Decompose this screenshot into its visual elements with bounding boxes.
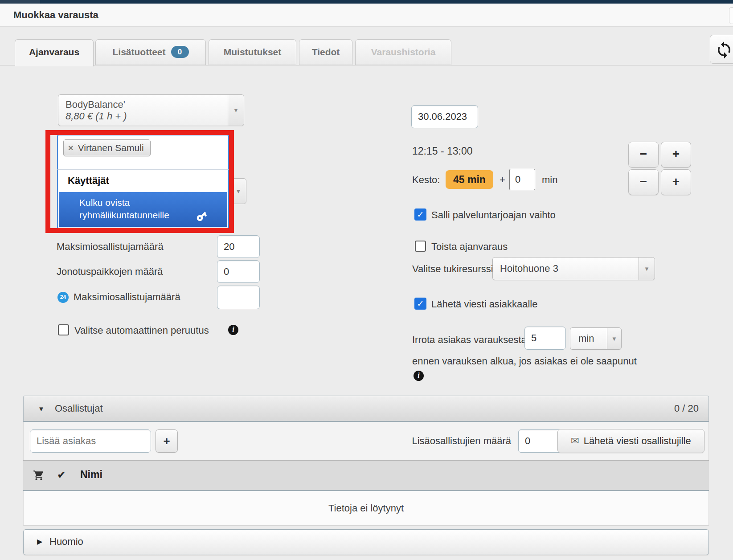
repeat-booking-checkbox[interactable] (415, 241, 426, 252)
tab-baseline (0, 65, 733, 65)
duration-plus-button[interactable]: + (661, 169, 691, 195)
chevron-down-icon: ▼ (611, 335, 617, 342)
service-select[interactable]: BodyBalance' 8,80 € (1 h + ) ▼ (58, 94, 244, 126)
chevron-down-icon: ▼ (644, 266, 650, 272)
notes-panel[interactable]: ▶ Huomio (23, 529, 709, 555)
edit-booking-dialog: Muokkaa varausta Ajanvaraus Lisätuotteet… (0, 0, 733, 560)
queue-spots-label: Jonotuspaikkojen määrä (57, 266, 163, 278)
send-message-customer-checkbox[interactable]: ✓ (414, 298, 426, 310)
plus-icon: + (672, 147, 680, 161)
participants-header[interactable]: ▼ Osallistujat 0 / 20 (23, 396, 709, 422)
tab-tiedot[interactable]: Tiedot (299, 39, 352, 65)
participants-table-header: ✔ Nimi (23, 460, 709, 491)
annotation-highlight-box (45, 130, 234, 233)
minus-icon: − (640, 147, 647, 161)
detach-suffix-text: ennen varauksen alkua, jos asiakas ei ol… (412, 356, 637, 367)
tab-muistutukset[interactable]: Muistutukset (209, 39, 296, 65)
cart-icon (33, 470, 45, 483)
collapse-icon[interactable]: ▼ (38, 405, 45, 413)
participants-title: Osallistujat (55, 403, 103, 414)
time-minus-button[interactable]: − (628, 142, 659, 168)
browser-top-strip (0, 0, 733, 4)
duration-label: Kesto: (412, 174, 440, 186)
chevron-down-icon: ▼ (233, 107, 239, 114)
participants-empty-row: Tietoja ei löytynyt (23, 491, 709, 526)
allow-provider-change-checkbox[interactable]: ✓ (414, 208, 426, 221)
extra-minutes-input[interactable] (509, 169, 535, 190)
support-resource-label: Valitse tukiresurssi (412, 263, 493, 275)
detach-minutes-input[interactable] (524, 327, 566, 350)
chevron-down-icon: ▼ (236, 188, 242, 195)
time-range: 12:15 - 13:00 (412, 145, 473, 157)
check-icon: ✓ (417, 299, 424, 308)
check-column-icon: ✔ (57, 469, 66, 481)
online-max-participants-input[interactable] (217, 286, 260, 309)
service-name: BodyBalance' (66, 99, 224, 110)
check-icon: ✓ (417, 210, 424, 219)
extra-participants-label: Lisäosallistujien määrä (382, 435, 511, 447)
queue-spots-input[interactable] (217, 260, 260, 283)
tab-badge: 0 (171, 46, 189, 58)
name-column-header: Nimi (80, 469, 102, 481)
dialog-title-bar: Muokkaa varausta (0, 4, 733, 27)
browser-top-strip-segment (0, 0, 40, 4)
add-customer-input[interactable] (30, 429, 151, 453)
refresh-button[interactable] (710, 35, 733, 64)
max-participants-label: Maksimiosallistujamäärä (57, 241, 164, 253)
auto-cancel-checkbox[interactable] (58, 324, 69, 335)
participants-section: ▼ Osallistujat 0 / 20 + Lisäosallistujie… (23, 396, 709, 526)
max-participants-input[interactable] (217, 235, 260, 258)
auto-cancel-label: Valitse automaattinen peruutus (74, 325, 209, 336)
service-price-duration: 8,80 € (1 h + ) (66, 110, 224, 122)
dialog-close-button-partial[interactable] (729, 7, 733, 24)
tab-ajanvaraus[interactable]: Ajanvaraus (15, 39, 94, 66)
plus-sign: + (500, 174, 505, 186)
detach-customer-label: Irrota asiakas varauksesta (412, 334, 527, 346)
notes-title: Huomio (49, 536, 83, 548)
minutes-unit-label: min (542, 174, 557, 186)
allow-provider-change-label: Salli palveluntarjoajan vaihto (431, 209, 556, 221)
online-max-participants-label: Maksimiosallistujamäärä (74, 291, 180, 303)
support-resource-select[interactable]: Hoitohuone 3 ▼ (492, 257, 655, 280)
tab-lisatuotteet[interactable]: Lisätuotteet0 (95, 39, 206, 65)
date-input[interactable] (411, 105, 478, 128)
detach-unit-select[interactable]: min ▼ (570, 327, 622, 350)
participants-toolbar: + Lisäosallistujien määrä ✉Lähetä viesti… (23, 422, 709, 460)
minus-icon: − (640, 175, 647, 188)
empty-text: Tietoja ei löytynyt (328, 503, 404, 514)
send-message-customer-label: Lähetä viesti asiakkaalle (431, 298, 537, 310)
info-icon[interactable]: i (414, 371, 424, 381)
add-customer-button[interactable]: + (156, 429, 178, 453)
send-message-participants-button[interactable]: ✉Lähetä viesti osallistujille (557, 429, 704, 453)
repeat-booking-label: Toista ajanvaraus (431, 241, 508, 253)
expand-icon[interactable]: ▶ (37, 537, 42, 546)
tab-varaushistoria: Varaushistoria (355, 39, 451, 65)
time-plus-button[interactable]: + (661, 142, 691, 168)
participants-count: 0 / 20 (674, 403, 699, 414)
envelope-icon: ✉ (571, 435, 579, 446)
info-icon[interactable]: i (228, 325, 238, 335)
dialog-title: Muokkaa varausta (13, 9, 98, 21)
duration-badge: 45 min (446, 170, 493, 189)
online-24h-badge-icon: 24 (57, 292, 69, 303)
plus-icon: + (672, 175, 680, 188)
duration-minus-button[interactable]: − (628, 169, 659, 195)
